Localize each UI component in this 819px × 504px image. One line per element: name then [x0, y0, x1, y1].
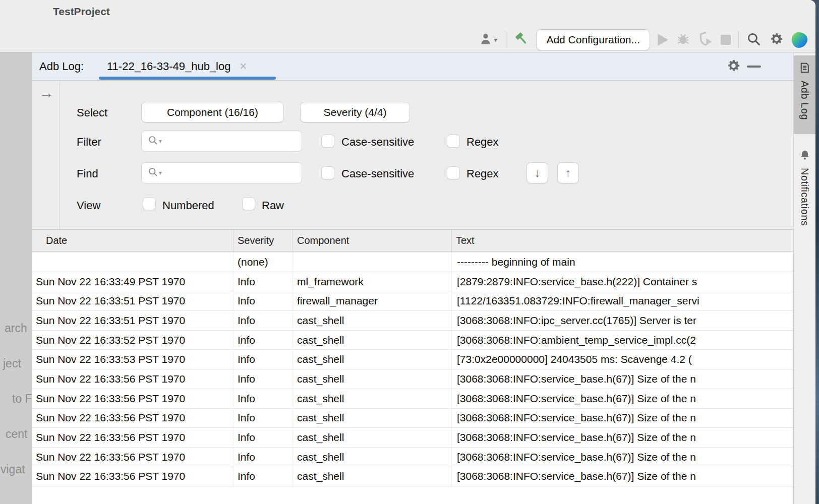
- view-label: View: [77, 199, 100, 212]
- table-row[interactable]: Sun Nov 22 16:33:52 PST 1970 Info cast_s…: [32, 331, 793, 350]
- cell-component: cast_shell: [292, 448, 451, 467]
- case-sensitive-label: Case-sensitive: [341, 136, 414, 149]
- find-search-box[interactable]: ▾: [141, 162, 302, 183]
- cell-date: Sun Nov 22 16:33:56 PST 1970: [32, 389, 233, 408]
- filter-regex-checkbox[interactable]: [447, 135, 460, 148]
- run-button[interactable]: [658, 34, 668, 46]
- find-regex-checkbox[interactable]: [447, 166, 460, 179]
- cell-severity: Info: [233, 311, 292, 330]
- cell-date: Sun Nov 22 16:33:56 PST 1970: [32, 369, 233, 389]
- build-button[interactable]: [513, 31, 529, 49]
- cell-text: [3068:3068:INFO:service_base.h(67)] Size…: [451, 389, 793, 408]
- main-toolbar: ▾ Add Configuration...: [479, 29, 807, 51]
- cell-component: cast_shell: [292, 350, 451, 369]
- cell-severity: (none): [233, 253, 292, 272]
- filter-case-sensitive-checkbox[interactable]: [321, 135, 334, 148]
- user-profile-button[interactable]: ▾: [479, 32, 497, 48]
- gear-icon: [726, 58, 741, 76]
- toolbar-divider: [738, 31, 739, 48]
- numbered-checkbox[interactable]: [143, 197, 156, 210]
- cell-date: Sun Nov 22 16:33:53 PST 1970: [32, 350, 233, 369]
- profile-button[interactable]: [698, 31, 713, 48]
- search-icon: [746, 32, 761, 48]
- cell-text: [73:0x2e00000000] 24043505 ms: Scavenge …: [451, 350, 793, 369]
- table-row[interactable]: Sun Nov 22 16:33:56 PST 1970 Info cast_s…: [32, 409, 793, 428]
- background-text-fragment: ject: [3, 357, 21, 370]
- search-everywhere-button[interactable]: [746, 32, 761, 48]
- column-header-date[interactable]: Date: [32, 230, 233, 251]
- settings-button[interactable]: [769, 31, 784, 49]
- cell-component: cast_shell: [292, 389, 451, 408]
- severity-filter-button[interactable]: Severity (4/4): [300, 102, 410, 122]
- cell-date: Sun Nov 22 16:33:51 PST 1970: [32, 291, 233, 310]
- find-previous-button[interactable]: ↑: [557, 162, 579, 183]
- cell-severity: Info: [233, 272, 292, 291]
- table-row[interactable]: (none) --------- beginning of main: [32, 253, 793, 272]
- minimize-panel-button[interactable]: [747, 66, 761, 68]
- select-label: Select: [77, 106, 107, 119]
- table-row[interactable]: Sun Nov 22 16:33:51 PST 1970 Info cast_s…: [32, 311, 793, 331]
- assistant-sphere-button[interactable]: [792, 32, 807, 48]
- collapse-arrow-icon[interactable]: →: [39, 84, 54, 101]
- cell-date: Sun Nov 22 16:33:56 PST 1970: [32, 448, 233, 467]
- find-input[interactable]: [163, 162, 302, 183]
- controls-gutter: →: [32, 81, 60, 229]
- cell-severity: Info: [233, 389, 292, 408]
- raw-checkbox[interactable]: [242, 197, 255, 210]
- cell-text: [3068:3068:INFO:service_base.h(67)] Size…: [451, 448, 793, 467]
- app-window: TestProject ▾ Add Configuration...: [0, 0, 815, 504]
- table-row[interactable]: Sun Nov 22 16:33:56 PST 1970 Info cast_s…: [32, 369, 793, 389]
- log-table-body: (none) --------- beginning of main Sun N…: [32, 253, 793, 504]
- log-document-icon: [798, 61, 811, 76]
- filter-input[interactable]: [163, 131, 302, 152]
- table-row[interactable]: Sun Nov 22 16:33:56 PST 1970 Info cast_s…: [32, 467, 793, 487]
- debug-button[interactable]: [676, 32, 690, 48]
- cell-text: [3068:3068:INFO:service_base.h(67)] Size…: [451, 467, 793, 486]
- search-icon: [148, 135, 158, 147]
- column-header-component[interactable]: Component: [292, 230, 451, 251]
- play-icon: [658, 34, 668, 46]
- cell-date: Sun Nov 22 16:33:52 PST 1970: [32, 331, 233, 350]
- cell-date: Sun Nov 22 16:33:56 PST 1970: [32, 428, 233, 447]
- find-case-sensitive-checkbox[interactable]: [321, 166, 334, 179]
- table-row[interactable]: Sun Nov 22 16:33:49 PST 1970 Info ml_fra…: [32, 272, 793, 292]
- column-header-text[interactable]: Text: [451, 230, 793, 251]
- stop-button[interactable]: [721, 35, 731, 45]
- panel-settings-button[interactable]: [726, 58, 741, 76]
- active-tab-underline: [99, 77, 276, 80]
- column-header-severity[interactable]: Severity: [233, 230, 292, 251]
- table-row[interactable]: Sun Nov 22 16:33:56 PST 1970 Info cast_s…: [32, 428, 793, 448]
- table-row[interactable]: Sun Nov 22 16:33:56 PST 1970 Info cast_s…: [32, 389, 793, 409]
- table-row[interactable]: Sun Nov 22 16:33:56 PST 1970 Info cast_s…: [32, 448, 793, 467]
- cell-date: Sun Nov 22 16:33:51 PST 1970: [32, 311, 233, 330]
- close-icon[interactable]: ✕: [239, 60, 247, 72]
- cell-severity: Info: [233, 350, 292, 369]
- cell-component: ml_framework: [292, 272, 451, 291]
- bell-icon: [799, 149, 811, 163]
- regex-label: Regex: [466, 136, 499, 149]
- cell-severity: Info: [233, 467, 292, 486]
- find-next-button[interactable]: ↓: [526, 162, 548, 183]
- cell-severity: Info: [233, 291, 292, 310]
- case-sensitive-label: Case-sensitive: [341, 167, 414, 180]
- sidebar-tab-label: Adb Log: [799, 81, 810, 120]
- add-configuration-button[interactable]: Add Configuration...: [536, 29, 650, 50]
- sidebar-tab-adb-log[interactable]: Adb Log: [794, 55, 815, 134]
- cell-text: [3068:3068:INFO:service_base.h(67)] Size…: [451, 409, 793, 428]
- cell-date: Sun Nov 22 16:33:49 PST 1970: [32, 272, 233, 291]
- cell-text: [2879:2879:INFO:service_base.h(222)] Con…: [451, 272, 793, 291]
- log-file-tab-label: 11-22_16-33-49_hub_log: [107, 60, 230, 73]
- table-row[interactable]: Sun Nov 22 16:33:53 PST 1970 Info cast_s…: [32, 350, 793, 369]
- filter-search-box[interactable]: ▾: [141, 131, 302, 152]
- table-row[interactable]: Sun Nov 22 16:33:51 PST 1970 Info firewa…: [32, 291, 793, 311]
- cell-component: cast_shell: [292, 467, 451, 486]
- background-text-fragment: cent: [6, 427, 27, 441]
- gradient-sphere-icon: [792, 32, 807, 48]
- component-filter-button[interactable]: Component (16/16): [141, 102, 284, 122]
- log-file-tab[interactable]: 11-22_16-33-49_hub_log ✕: [99, 52, 255, 80]
- adb-log-panel: Adb Log: 11-22_16-33-49_hub_log ✕ → Sele…: [32, 52, 793, 504]
- cell-severity: Info: [233, 331, 292, 350]
- cell-text: [1122/163351.083729:INFO:firewall_manage…: [451, 291, 793, 310]
- sidebar-tab-notifications[interactable]: Notifications: [794, 147, 815, 263]
- chevron-down-icon: ▾: [159, 138, 162, 145]
